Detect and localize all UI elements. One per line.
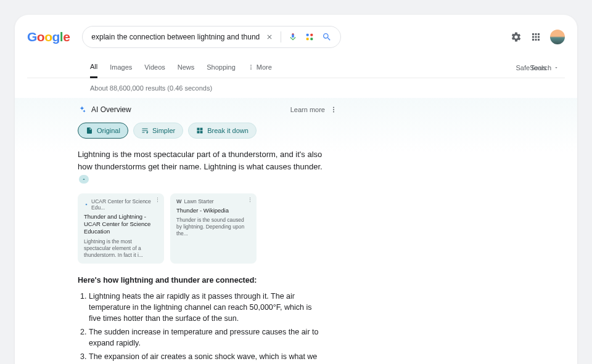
chip-label: Original	[97, 127, 120, 134]
card-source-text: UCAR Center for Science Edu...	[91, 198, 158, 211]
settings-icon[interactable]	[511, 31, 522, 42]
steps-list: Lightning heats the air rapidly as it pa…	[78, 291, 324, 364]
browser-window: G o o g l e All Images Videos Ne	[15, 15, 577, 364]
check-lines-icon	[141, 127, 149, 134]
clear-icon[interactable]	[266, 33, 273, 41]
svg-rect-0	[306, 34, 309, 36]
ai-overview-label: AI Overview	[91, 105, 131, 114]
mic-icon[interactable]	[289, 33, 297, 41]
header-right	[511, 30, 565, 44]
more-dots-icon	[248, 64, 254, 70]
step-text: The expansion of air creates a sonic sho…	[89, 352, 317, 364]
answer-lead: Lightning is the most spectacular part o…	[78, 148, 324, 185]
safesearch-label: SafeSearch	[516, 64, 551, 71]
document-icon	[86, 127, 93, 134]
svg-point-8	[333, 109, 334, 110]
chevron-up-icon	[81, 177, 86, 182]
chip-breakdown[interactable]: Break it down	[188, 123, 257, 139]
tab-news[interactable]: News	[178, 59, 195, 77]
divider	[281, 31, 281, 42]
lens-icon[interactable]	[305, 32, 314, 42]
tab-shopping[interactable]: Shopping	[207, 59, 236, 77]
step-item: Lightning heats the air rapidly as it pa…	[89, 291, 324, 324]
ai-overview-header: AI Overview Learn more	[78, 105, 361, 114]
tabs-row: All Images Videos News Shopping More Too…	[27, 58, 565, 78]
svg-rect-3	[311, 38, 313, 40]
tab-more[interactable]: More	[248, 59, 272, 77]
chip-row: Original Simpler Break it down	[78, 123, 361, 139]
apps-icon[interactable]	[530, 31, 541, 42]
flower-icon	[84, 202, 89, 207]
chip-simpler[interactable]: Simpler	[133, 123, 183, 139]
svg-rect-1	[311, 34, 313, 36]
svg-point-5	[250, 67, 252, 68]
tab-all[interactable]: All	[90, 58, 97, 78]
svg-point-6	[250, 68, 252, 70]
card-snippet: Lightning is the most spectacular elemen…	[84, 238, 158, 259]
tab-images[interactable]: Images	[110, 59, 132, 77]
search-box-icons	[266, 31, 332, 42]
source-card[interactable]: ⋮ UCAR Center for Science Edu... Thunder…	[78, 193, 164, 264]
result-stats: About 88,600,000 results (0.46 seconds)	[27, 78, 565, 98]
svg-point-9	[333, 111, 334, 113]
collapse-toggle[interactable]	[79, 175, 89, 184]
sparkle-icon	[78, 105, 86, 114]
chip-label: Simpler	[152, 127, 175, 134]
step-item: The sudden increase in temperature and p…	[89, 326, 324, 349]
card-snippet: Thunder is the sound caused by lightning…	[176, 217, 250, 237]
safesearch-dropdown[interactable]: SafeSearch	[516, 64, 559, 71]
svg-rect-2	[306, 38, 309, 40]
answer-lead-text: Lightning is the most spectacular part o…	[78, 150, 323, 171]
card-source: W Lawn Starter	[176, 198, 250, 204]
logo-letter: G	[27, 30, 37, 44]
overview-right: Learn more	[290, 106, 337, 113]
google-logo[interactable]: G o o g l e	[27, 30, 70, 44]
source-card[interactable]: ⋮ W Lawn Starter Thunder - Wikipedia Thu…	[170, 193, 257, 264]
svg-point-10	[86, 203, 88, 205]
learn-more-link[interactable]: Learn more	[290, 106, 325, 113]
card-menu-icon[interactable]: ⋮	[155, 197, 160, 203]
wikipedia-w-icon: W	[176, 198, 182, 204]
search-icon[interactable]	[322, 32, 332, 42]
section-heading: Here's how lightning and thunder are con…	[78, 276, 361, 285]
more-label: More	[257, 63, 272, 71]
svg-point-4	[250, 65, 252, 66]
logo-letter: g	[52, 30, 60, 44]
logo-letter: e	[63, 30, 70, 44]
card-source-text: Lawn Starter	[184, 198, 214, 204]
card-title: Thunder and Lightning - UCAR Center for …	[84, 213, 158, 236]
breakdown-icon	[196, 127, 204, 134]
chip-label: Break it down	[207, 127, 249, 134]
chip-original[interactable]: Original	[78, 123, 128, 139]
header: G o o g l e	[27, 26, 565, 48]
card-source: UCAR Center for Science Edu...	[84, 198, 158, 211]
chevron-down-icon	[554, 65, 559, 70]
search-box[interactable]	[82, 26, 341, 48]
card-title: Thunder - Wikipedia	[176, 207, 250, 214]
step-item: The expansion of air creates a sonic sho…	[89, 351, 324, 364]
logo-letter: o	[44, 30, 52, 44]
search-input[interactable]	[91, 33, 260, 41]
more-dots-icon[interactable]	[330, 106, 337, 113]
content-area: AI Overview Learn more Original Simpler	[15, 98, 577, 364]
card-menu-icon[interactable]: ⋮	[247, 197, 253, 203]
source-cards: ⋮ UCAR Center for Science Edu... Thunder…	[78, 193, 361, 264]
svg-point-7	[333, 107, 334, 108]
avatar[interactable]	[550, 30, 565, 44]
logo-letter: o	[37, 30, 44, 44]
tab-videos[interactable]: Videos	[144, 59, 165, 77]
